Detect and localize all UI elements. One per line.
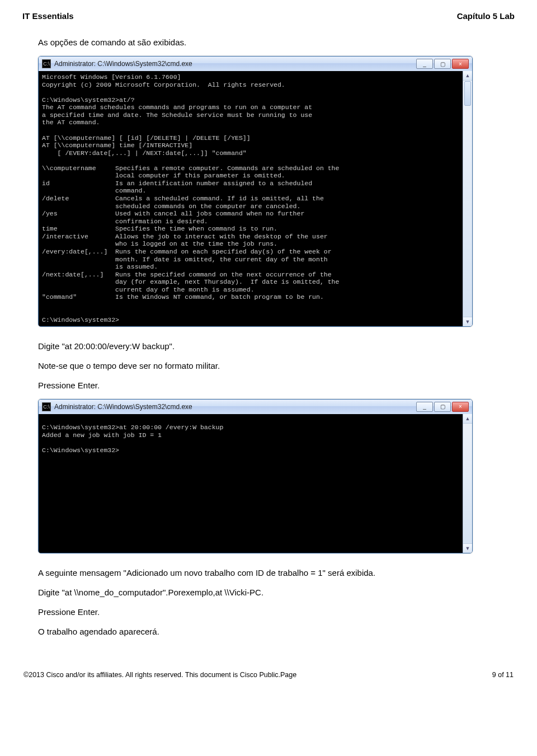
header-left: IT Essentials (22, 11, 74, 21)
paragraph: Pressione Enter. (38, 379, 515, 391)
close-button[interactable]: × (452, 59, 469, 69)
cmd-client-area: C:\Windows\system32>at 20:00:00 /every:W… (39, 414, 472, 553)
window-buttons: _ ▢ × (416, 59, 469, 69)
footer-right: 9 of 11 (492, 671, 514, 679)
paragraph: O trabalho agendado aparecerá. (38, 626, 515, 637)
paragraph: A seguinte mensagem "Adicionado um novo … (38, 567, 515, 579)
cmd-icon: C:\ (42, 402, 51, 411)
paragraph: Note-se que o tempo deve ser no formato … (38, 360, 515, 372)
footer-left: ©2013 Cisco and/or its affiliates. All r… (23, 671, 296, 679)
page-footer: ©2013 Cisco and/or its affiliates. All r… (22, 671, 515, 679)
window-titlebar[interactable]: C:\ Administrator: C:\Windows\System32\c… (39, 57, 472, 71)
header-right: Capítulo 5 Lab (457, 11, 515, 21)
scrollbar[interactable]: ▲ ▼ (463, 414, 472, 553)
paragraph: As opções de comando at são exibidas. (38, 36, 515, 48)
window-titlebar[interactable]: C:\ Administrator: C:\Windows\System32\c… (39, 400, 472, 414)
scroll-down-icon[interactable]: ▼ (463, 543, 472, 553)
scroll-up-icon[interactable]: ▲ (463, 414, 472, 424)
scroll-thumb[interactable] (464, 81, 471, 106)
window-title: Administrator: C:\Windows\System32\cmd.e… (54, 403, 416, 411)
window-buttons: _ ▢ × (416, 402, 469, 412)
minimize-button[interactable]: _ (416, 402, 433, 412)
window-title: Administrator: C:\Windows\System32\cmd.e… (54, 60, 416, 68)
cmd-output[interactable]: Microsoft Windows [Version 6.1.7600] Cop… (39, 71, 463, 326)
maximize-button[interactable]: ▢ (434, 402, 451, 412)
cmd-output[interactable]: C:\Windows\system32>at 20:00:00 /every:W… (39, 414, 463, 553)
scroll-down-icon[interactable]: ▼ (463, 317, 472, 326)
minimize-button[interactable]: _ (416, 59, 433, 69)
cmd-window-1: C:\ Administrator: C:\Windows\System32\c… (38, 56, 473, 327)
paragraph: Pressione Enter. (38, 606, 515, 618)
paragraph: Digite "at \\nome_do_computador".Porexem… (38, 586, 515, 598)
page-header: IT Essentials Capítulo 5 Lab (22, 11, 515, 21)
scrollbar[interactable]: ▲ ▼ (463, 71, 472, 326)
cmd-client-area: Microsoft Windows [Version 6.1.7600] Cop… (39, 71, 472, 326)
close-button[interactable]: × (452, 402, 469, 412)
scroll-up-icon[interactable]: ▲ (463, 71, 472, 81)
cmd-icon: C:\ (42, 59, 51, 68)
cmd-window-2: C:\ Administrator: C:\Windows\System32\c… (38, 399, 473, 553)
paragraph: Digite "at 20:00:00/every:W backup". (38, 340, 515, 352)
maximize-button[interactable]: ▢ (434, 59, 451, 69)
page: IT Essentials Capítulo 5 Lab As opções d… (0, 0, 537, 696)
